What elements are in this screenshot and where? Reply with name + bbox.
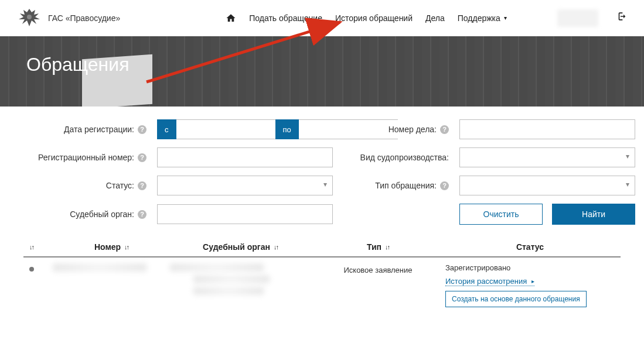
help-icon[interactable]: ?	[138, 181, 146, 190]
page-title: Обращения	[0, 36, 644, 93]
caret-down-icon: ▾	[504, 15, 507, 21]
filter-panel: Дата регистрации: ? с по Номер дела: ? Р…	[0, 107, 644, 231]
reg-number-input[interactable]	[157, 147, 333, 167]
col-number[interactable]: Номер↓↑	[53, 242, 170, 252]
proceeding-type-select[interactable]	[459, 147, 635, 167]
filter-actions: Очистить Найти	[459, 204, 635, 225]
cell-number: xxxxxxxxxxxxxx	[53, 263, 170, 275]
reg-date-range: с по	[157, 119, 333, 139]
date-from-input[interactable]	[176, 119, 275, 139]
appeal-type-label: Тип обращения: ?	[343, 181, 449, 190]
table-header: ↓↑ Номер↓↑ Судебный орган↓↑ Тип↓↑ Статус	[23, 238, 621, 257]
cell-status: Зарегистрировано История рассмотрения ▸ …	[445, 263, 615, 307]
state-emblem-icon	[18, 6, 41, 30]
date-to-chip: по	[275, 119, 299, 139]
cell-court: xxxxxxxxxxxxxx xxxxxxxxx xxxxxxx	[170, 263, 311, 295]
status-label: Статус: ?	[23, 181, 146, 190]
home-icon[interactable]	[226, 13, 236, 23]
clear-button[interactable]: Очистить	[459, 204, 543, 225]
cell-type: Исковое заявление	[311, 263, 445, 274]
case-number-label: Номер дела: ?	[343, 125, 449, 134]
col-court[interactable]: Судебный орган↓↑	[170, 242, 311, 252]
main-nav: Подать обращение История обращений Дела …	[226, 13, 507, 23]
brand-title: ГАС «Правосудие»	[48, 13, 120, 23]
court-input[interactable]	[157, 204, 333, 224]
logout-icon[interactable]	[615, 11, 626, 25]
status-text: Зарегистрировано	[445, 263, 510, 272]
row-marker-icon	[29, 267, 34, 272]
app-header: ГАС «Правосудие» Подать обращение Истори…	[0, 0, 644, 36]
help-icon[interactable]: ?	[138, 210, 146, 219]
nav-cases[interactable]: Дела	[425, 13, 445, 23]
chevron-right-icon: ▸	[531, 278, 534, 284]
history-link[interactable]: История рассмотрения ▸	[445, 277, 534, 286]
results-table: ↓↑ Номер↓↑ Судебный орган↓↑ Тип↓↑ Статус…	[23, 238, 621, 313]
col-type[interactable]: Тип↓↑	[311, 242, 445, 252]
find-button[interactable]: Найти	[552, 204, 635, 225]
help-icon[interactable]: ?	[138, 153, 146, 162]
nav-appeal-history[interactable]: История обращений	[335, 13, 413, 23]
page-banner: Обращения	[0, 36, 644, 107]
nav-submit-appeal[interactable]: Подать обращение	[249, 13, 322, 23]
proceeding-type-label: Вид судопроизводства:	[343, 153, 449, 162]
sort-handle[interactable]: ↓↑	[29, 242, 53, 252]
nav-support[interactable]: Поддержка ▾	[458, 13, 507, 23]
brand-block: ГАС «Правосудие»	[18, 6, 120, 30]
court-label: Судебный орган: ?	[23, 210, 146, 219]
header-right	[557, 9, 626, 27]
create-from-button[interactable]: Создать на основе данного обращения	[445, 291, 587, 307]
help-icon[interactable]: ?	[440, 125, 449, 134]
date-from-chip: с	[157, 119, 176, 139]
reg-number-label: Регистрационный номер: ?	[23, 153, 146, 162]
help-icon[interactable]: ?	[440, 181, 449, 190]
reg-date-label: Дата регистрации: ?	[23, 125, 146, 134]
case-number-input[interactable]	[459, 119, 635, 139]
svg-point-0	[27, 15, 32, 19]
status-select[interactable]	[157, 176, 333, 195]
col-status: Статус	[445, 242, 615, 252]
appeal-type-select[interactable]	[459, 176, 635, 195]
table-row: xxxxxxxxxxxxxx xxxxxxxxxxxxxx xxxxxxxxx …	[23, 257, 621, 313]
user-name[interactable]	[557, 9, 598, 27]
help-icon[interactable]: ?	[138, 125, 146, 134]
